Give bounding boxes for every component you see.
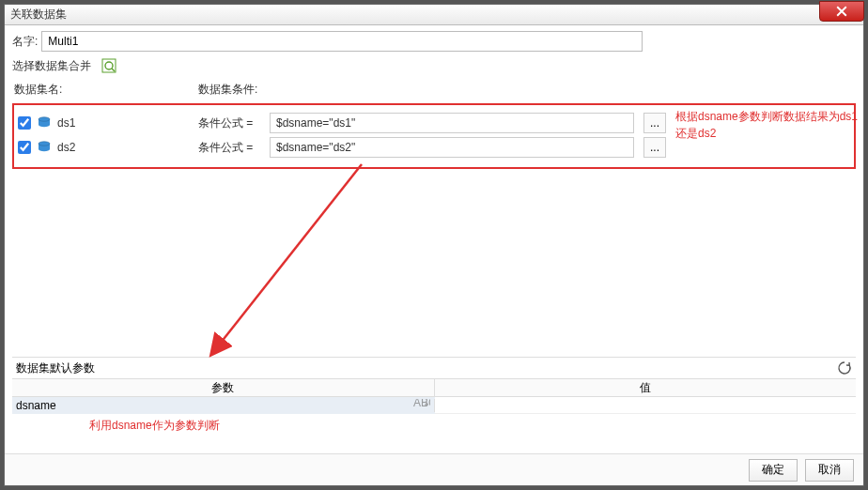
dialog-window: 关联数据集 名字: 选择数据集合并 数据集名: 数据集条件: ds1条件公式 =… xyxy=(4,4,864,486)
refresh-icon xyxy=(837,360,852,375)
condition-input[interactable] xyxy=(270,137,634,158)
spacer xyxy=(12,169,856,357)
dialog-body: 名字: 选择数据集合并 数据集名: 数据集条件: ds1条件公式 =...ds2… xyxy=(5,25,863,453)
params-table: 参数 值 dsnameABC xyxy=(12,379,856,414)
dataset-checkbox[interactable] xyxy=(18,116,31,130)
condition-label: 条件公式 = xyxy=(198,115,264,131)
svg-line-2 xyxy=(112,69,115,71)
formula-browse-button[interactable]: ... xyxy=(643,137,666,158)
merge-label: 选择数据集合并 xyxy=(12,58,91,74)
param-value-cell[interactable] xyxy=(435,397,857,414)
annotation-bottom: 利用dsname作为参数判断 xyxy=(89,418,220,434)
dataset-name: ds1 xyxy=(57,116,193,130)
header-dataset-name: 数据集名: xyxy=(14,82,198,98)
condition-label: 条件公式 = xyxy=(198,140,264,156)
name-label: 名字: xyxy=(12,34,38,50)
param-row[interactable]: dsnameABC xyxy=(12,397,856,414)
dataset-name: ds2 xyxy=(57,141,193,154)
window-title: 关联数据集 xyxy=(10,7,67,23)
close-icon xyxy=(836,6,847,17)
param-type-icon: ABC xyxy=(413,399,430,412)
annotation-right: 根据dsname参数判断数据结果为ds1还是ds2 xyxy=(675,108,863,142)
name-row: 名字: xyxy=(12,31,856,52)
column-headers: 数据集名: 数据集条件: xyxy=(12,78,856,103)
formula-browse-button[interactable]: ... xyxy=(643,113,666,133)
params-col-value: 值 xyxy=(435,379,857,396)
param-name-cell[interactable]: dsnameABC xyxy=(12,399,435,412)
header-dataset-cond: 数据集条件: xyxy=(198,82,854,98)
condition-input[interactable] xyxy=(270,113,634,133)
refresh-button[interactable] xyxy=(837,360,852,375)
dialog-footer: 确定 取消 xyxy=(5,453,863,485)
database-icon xyxy=(37,116,52,130)
cancel-button[interactable]: 取消 xyxy=(805,459,854,482)
database-icon xyxy=(37,141,52,154)
params-title: 数据集默认参数 xyxy=(16,360,95,376)
titlebar: 关联数据集 xyxy=(5,5,863,25)
params-col-param: 参数 xyxy=(12,379,435,396)
merge-row: 选择数据集合并 xyxy=(12,57,856,74)
ok-button[interactable]: 确定 xyxy=(749,459,798,482)
svg-point-1 xyxy=(105,62,113,69)
name-input[interactable] xyxy=(41,31,643,52)
close-button[interactable] xyxy=(819,1,864,22)
merge-icon[interactable] xyxy=(101,57,117,74)
params-table-header: 参数 值 xyxy=(12,379,856,397)
dataset-checkbox[interactable] xyxy=(18,141,31,154)
params-header: 数据集默认参数 xyxy=(12,357,856,379)
